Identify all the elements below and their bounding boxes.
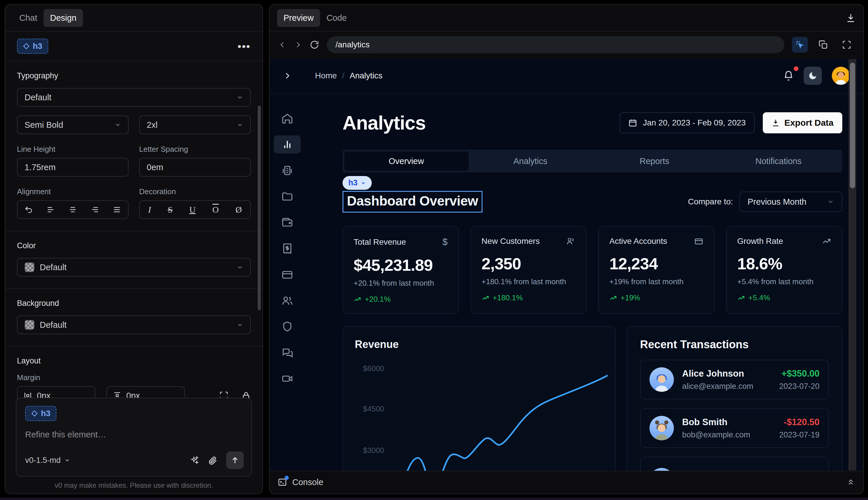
- design-panel-scrollbar[interactable]: [258, 105, 261, 310]
- back-icon[interactable]: [278, 41, 286, 49]
- url-input[interactable]: /analytics: [327, 36, 784, 53]
- terminal-icon: [278, 477, 287, 487]
- stat-change: +180.1% from last month: [482, 277, 576, 286]
- compare-label: Compare to:: [688, 197, 733, 206]
- notification-dot: [794, 66, 798, 71]
- color-section: Color Default: [17, 231, 251, 288]
- transaction-row-partial[interactable]: [640, 457, 829, 471]
- tab-code[interactable]: Code: [320, 9, 353, 27]
- align-center-icon[interactable]: [68, 205, 77, 214]
- select-element-tool-icon[interactable]: [792, 37, 808, 53]
- dark-mode-toggle[interactable]: [804, 67, 822, 85]
- user-avatar[interactable]: [832, 67, 850, 85]
- align-right-icon[interactable]: [91, 205, 100, 214]
- align-justify-icon[interactable]: [113, 205, 121, 214]
- console-bar[interactable]: Console: [270, 471, 863, 493]
- paperclip-icon[interactable]: [208, 456, 218, 465]
- transaction-row[interactable]: Bob Smith bob@example.com -$120.50 2023-…: [640, 408, 829, 448]
- chat-element-badge[interactable]: h3: [25, 406, 56, 421]
- date-range-picker[interactable]: Jan 20, 2023 - Feb 09, 2023: [620, 112, 755, 133]
- background-select[interactable]: Default: [17, 316, 251, 334]
- alignment-label: Alignment: [17, 187, 129, 196]
- design-panel: Chat Design h3 ••• Typography Default: [5, 4, 263, 494]
- transaction-row[interactable]: Alice Johnson alice@example.com +$350.00…: [640, 360, 829, 399]
- export-data-button[interactable]: Export Data: [763, 112, 842, 133]
- copy-icon[interactable]: [815, 37, 831, 53]
- inspector-tag-pill[interactable]: h3: [343, 176, 372, 190]
- diamond-icon: [23, 43, 30, 50]
- background-section: Background Default: [17, 289, 251, 346]
- tab-preview[interactable]: Preview: [277, 9, 320, 27]
- recent-transactions-card: Recent Transactions Alice Johnson alice@…: [627, 326, 842, 471]
- sidebar-invoices-icon[interactable]: [274, 161, 301, 180]
- selected-element-badge[interactable]: h3: [17, 38, 48, 54]
- model-select[interactable]: v0-1.5-md: [25, 456, 70, 465]
- preview-scrollbar-thumb[interactable]: [850, 62, 855, 188]
- chevron-down-icon: [827, 198, 834, 205]
- sidebar-receipt-icon[interactable]: [274, 239, 301, 258]
- refresh-icon[interactable]: [310, 40, 319, 49]
- tab-design[interactable]: Design: [44, 9, 83, 27]
- tab-reports[interactable]: Reports: [592, 151, 717, 171]
- section-title-selected[interactable]: Dashboard Overview: [343, 191, 483, 213]
- compare-select[interactable]: Previous Month: [739, 192, 842, 212]
- trending-up-icon: [354, 296, 361, 303]
- download-icon[interactable]: [846, 13, 856, 23]
- italic-icon[interactable]: I: [148, 205, 151, 215]
- typography-label: Typography: [17, 71, 251, 80]
- font-family-select[interactable]: Default: [17, 88, 251, 107]
- strikethrough-icon[interactable]: S: [168, 205, 173, 215]
- undo-alignment-icon[interactable]: [24, 205, 33, 214]
- underline-icon[interactable]: U: [189, 205, 196, 215]
- bottom-edge-strip: [0, 498, 868, 500]
- element-menu-button[interactable]: •••: [238, 41, 251, 52]
- forward-icon[interactable]: [294, 41, 302, 49]
- sidebar-users-icon[interactable]: [274, 292, 301, 310]
- dashboard-topbar: Home / Analytics: [270, 58, 863, 93]
- chevrons-up-icon[interactable]: [846, 478, 855, 487]
- sidebar-home-icon[interactable]: [274, 109, 301, 127]
- sidebar-messages-icon[interactable]: [274, 343, 301, 362]
- stat-card-growth-rate: Growth Rate 18.6% +5.4% from last month …: [726, 226, 843, 314]
- letter-spacing-input[interactable]: 0em: [139, 158, 251, 177]
- trending-up-icon: [609, 294, 617, 302]
- notifications-bell-icon[interactable]: [783, 70, 794, 81]
- sidebar-analytics-icon[interactable]: [274, 135, 301, 154]
- console-label: Console: [292, 477, 323, 487]
- page-title: Analytics: [343, 112, 426, 134]
- tab-chat[interactable]: Chat: [13, 9, 44, 27]
- sidebar-expand-icon[interactable]: [283, 71, 292, 80]
- color-select[interactable]: Default: [17, 258, 251, 276]
- sidebar-wallet-icon[interactable]: [274, 214, 301, 231]
- breadcrumb-separator: /: [342, 71, 345, 80]
- send-button[interactable]: [226, 452, 244, 469]
- line-height-input[interactable]: 1.75rem: [17, 158, 129, 177]
- transaction-email: bob@example.com: [682, 430, 750, 440]
- decoration-toolbar: I S U O Ø: [139, 200, 251, 219]
- disclaimer-text: v0 may make mistakes. Please use with di…: [5, 481, 263, 489]
- stat-change: +19% from last month: [609, 277, 704, 286]
- font-weight-select[interactable]: Semi Bold: [17, 115, 129, 134]
- dashboard-sidebar: [270, 93, 304, 471]
- font-size-select[interactable]: 2xl: [139, 115, 251, 134]
- sidebar-credit-card-icon[interactable]: [274, 265, 301, 284]
- transaction-date: 2023-07-20: [779, 382, 820, 391]
- breadcrumb-home-link[interactable]: Home: [315, 71, 337, 80]
- sidebar-shield-icon[interactable]: [274, 318, 301, 336]
- decoration-label: Decoration: [139, 187, 251, 196]
- tab-notifications[interactable]: Notifications: [717, 151, 841, 171]
- tab-analytics[interactable]: Analytics: [468, 151, 593, 171]
- credit-card-icon: [694, 237, 704, 246]
- align-left-icon[interactable]: [46, 205, 55, 214]
- sparkles-icon[interactable]: [190, 456, 199, 465]
- overline-icon[interactable]: O: [212, 205, 219, 215]
- moon-icon: [808, 71, 818, 80]
- background-label: Background: [17, 299, 251, 308]
- sidebar-video-icon[interactable]: [274, 370, 301, 388]
- refine-input[interactable]: Refine this element…: [25, 430, 243, 440]
- no-decoration-icon[interactable]: Ø: [235, 205, 242, 215]
- chevron-down-icon: [237, 122, 243, 128]
- sidebar-folder-icon[interactable]: [274, 188, 301, 206]
- fullscreen-icon[interactable]: [839, 37, 855, 53]
- tab-overview[interactable]: Overview: [344, 151, 468, 171]
